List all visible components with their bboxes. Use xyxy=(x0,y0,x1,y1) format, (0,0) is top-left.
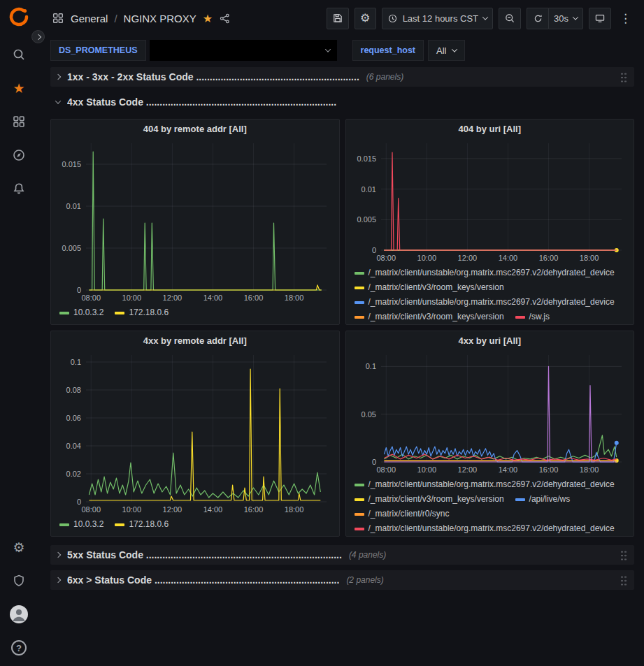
refresh-button[interactable] xyxy=(527,8,548,29)
legend-item[interactable]: 10.0.3.2 xyxy=(59,517,103,532)
breadcrumb-separator: / xyxy=(114,13,117,24)
breadcrumb-title[interactable]: NGINX PROXY xyxy=(124,13,196,24)
legend-item[interactable]: /_matrix/client/unstable/org.matrix.msc2… xyxy=(355,266,615,280)
var-datasource-select[interactable] xyxy=(150,40,337,61)
dashboard-header: General / NGINX PROXY ★ ⚙ Last 12 hours … xyxy=(38,0,644,36)
tv-mode-button[interactable] xyxy=(589,8,611,29)
sidebar-item-explore[interactable] xyxy=(5,141,33,169)
legend-item[interactable]: /_matrix/client/v3/room_keys/version xyxy=(355,280,504,295)
var-request-host-select[interactable]: All xyxy=(428,40,465,61)
chart-4xx-by-uri[interactable]: 08:0010:0012:0014:0016:0018:0000.050.1 xyxy=(350,349,630,476)
sidebar-item-server-admin[interactable] xyxy=(5,567,33,595)
legend-item[interactable]: /_matrix/client/unstable/org.matrix.msc2… xyxy=(355,521,615,536)
dashboards-icon xyxy=(12,115,26,129)
svg-text:18:00: 18:00 xyxy=(579,254,599,262)
row-header-1xx[interactable]: 1xx - 3xx - 2xx Status Code ............… xyxy=(50,67,634,87)
dashboard-settings-button[interactable]: ⚙ xyxy=(355,8,376,29)
svg-text:0.1: 0.1 xyxy=(71,358,81,366)
legend-item[interactable]: 172.18.0.6 xyxy=(115,305,169,320)
chevron-right-icon xyxy=(55,74,61,80)
legend-swatch xyxy=(355,528,364,530)
sidebar-item-alerting[interactable] xyxy=(5,175,33,203)
svg-text:12:00: 12:00 xyxy=(457,254,477,262)
chart-404-by-remote-addr[interactable]: 08:0010:0012:0014:0016:0018:0000.0050.01… xyxy=(55,138,335,304)
svg-text:16:00: 16:00 xyxy=(244,294,264,302)
var-request-host-value: All xyxy=(436,45,446,56)
time-range-picker[interactable]: Last 12 hours CST xyxy=(382,8,493,29)
breadcrumb-section[interactable]: General xyxy=(71,13,108,24)
panel-legend: /_matrix/client/unstable/org.matrix.msc2… xyxy=(346,264,634,324)
sidebar-item-settings[interactable]: ⚙ xyxy=(5,533,33,561)
row-header-6xx[interactable]: 6xx > Status Code ......................… xyxy=(50,570,634,590)
svg-text:12:00: 12:00 xyxy=(163,294,183,302)
svg-text:08:00: 08:00 xyxy=(376,254,396,262)
favorite-star-icon[interactable]: ★ xyxy=(203,12,213,25)
panel-title[interactable]: 4xx by uri [All] xyxy=(346,331,634,349)
svg-text:0: 0 xyxy=(77,498,81,506)
save-dashboard-button[interactable] xyxy=(327,8,349,29)
legend-item[interactable]: 172.18.0.6 xyxy=(115,517,169,532)
legend-swatch xyxy=(355,484,364,486)
refresh-icon xyxy=(533,13,543,24)
legend-item[interactable]: /_matrix/client/r0/sync xyxy=(355,507,450,521)
row-title: 5xx Status Code ........................… xyxy=(67,549,342,560)
svg-text:0.01: 0.01 xyxy=(66,202,81,210)
var-ds-prometheus-label[interactable]: DS_PROMETHEUS xyxy=(50,40,146,61)
sidebar-item-help[interactable]: ? xyxy=(5,634,33,662)
svg-text:0.06: 0.06 xyxy=(66,414,81,422)
svg-text:18:00: 18:00 xyxy=(579,465,599,474)
legend-item[interactable]: /_matrix/client/unstable/org.matrix.msc2… xyxy=(355,477,615,492)
more-options-button[interactable]: ⋮ xyxy=(617,11,634,26)
legend-item[interactable]: /_matrix/client/unstable/org.matrix.msc2… xyxy=(355,295,615,310)
panel-title[interactable]: 404 by uri [All] xyxy=(346,120,634,138)
gear-icon: ⚙ xyxy=(360,13,370,24)
grafana-logo[interactable] xyxy=(8,6,30,28)
drag-handle-icon[interactable] xyxy=(620,71,627,82)
legend-item[interactable]: /sw.js xyxy=(515,310,550,324)
legend-item[interactable]: 10.0.3.2 xyxy=(59,305,103,320)
sidebar-item-profile[interactable] xyxy=(5,600,33,628)
panel-title[interactable]: 404 by remote addr [All] xyxy=(51,120,339,138)
svg-text:18:00: 18:00 xyxy=(285,505,304,514)
drag-handle-icon[interactable] xyxy=(620,574,627,586)
row-panel-count: (2 panels) xyxy=(346,575,383,585)
chevron-right-icon xyxy=(55,577,61,583)
panel-legend: 10.0.3.2172.18.0.6 xyxy=(51,304,339,324)
sidebar-item-dashboards[interactable] xyxy=(5,108,33,136)
svg-text:0.005: 0.005 xyxy=(357,215,376,224)
svg-text:0: 0 xyxy=(77,286,81,294)
legend-item[interactable]: /_matrix/client/v3/room_keys/version xyxy=(355,492,504,507)
monitor-icon xyxy=(594,13,606,24)
legend-item[interactable]: /_matrix/client/v3/room_keys/version xyxy=(355,310,504,324)
zoom-out-time-button[interactable] xyxy=(499,8,521,29)
row-header-5xx[interactable]: 5xx Status Code ........................… xyxy=(50,545,634,565)
svg-text:0.01: 0.01 xyxy=(361,185,375,194)
var-request-host-label[interactable]: request_host xyxy=(352,40,424,61)
svg-text:0.005: 0.005 xyxy=(62,244,81,252)
legend-swatch xyxy=(115,523,124,526)
drag-handle-icon[interactable] xyxy=(620,549,627,560)
chart-4xx-by-remote-addr[interactable]: 08:0010:0012:0014:0016:0018:0000.020.040… xyxy=(55,349,335,516)
legend-swatch xyxy=(355,272,364,275)
svg-text:16:00: 16:00 xyxy=(538,465,558,474)
avatar xyxy=(10,605,28,623)
legend-item[interactable]: /api/live/ws xyxy=(515,492,571,507)
refresh-interval-picker[interactable]: 30s xyxy=(548,8,583,29)
refresh-interval-label: 30s xyxy=(554,13,568,24)
svg-text:16:00: 16:00 xyxy=(538,254,558,262)
sidebar-item-search[interactable] xyxy=(5,41,33,68)
save-icon xyxy=(332,13,343,24)
svg-text:14:00: 14:00 xyxy=(498,254,517,262)
panel-title[interactable]: 4xx by remote addr [All] xyxy=(51,331,339,349)
svg-text:10:00: 10:00 xyxy=(417,254,436,262)
sidebar-item-starred[interactable]: ★ xyxy=(5,74,33,102)
panel-4xx-by-remote-addr: 4xx by remote addr [All] 08:0010:0012:00… xyxy=(50,331,340,537)
svg-text:0.02: 0.02 xyxy=(66,470,81,478)
share-icon[interactable] xyxy=(219,13,231,24)
chart-404-by-uri[interactable]: 08:0010:0012:0014:0016:0018:0000.0050.01… xyxy=(350,138,630,264)
panels-grid: 404 by remote addr [All] 08:0010:0012:00… xyxy=(50,119,634,537)
panel-legend: /_matrix/client/unstable/org.matrix.msc2… xyxy=(346,476,634,536)
sidebar-expand-button[interactable] xyxy=(31,30,45,43)
row-title: 6xx > Status Code ......................… xyxy=(67,574,339,586)
row-header-4xx[interactable]: 4xx Status Code ........................… xyxy=(50,92,634,112)
